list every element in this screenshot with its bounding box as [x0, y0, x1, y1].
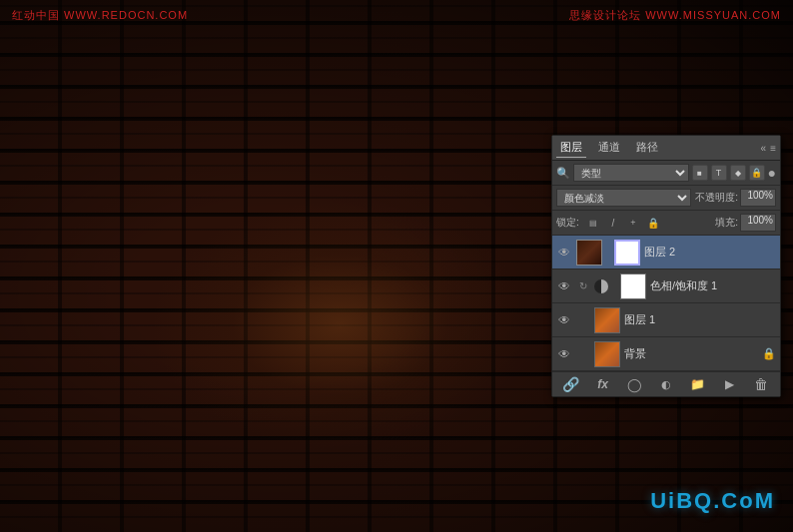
layer-row-background[interactable]: 👁 背景 🔒	[552, 337, 780, 371]
layer1-name: 图层 1	[624, 312, 776, 327]
huesat-adj-icon	[594, 279, 608, 293]
huesat-mask-thumbnail	[620, 273, 646, 299]
new-group-button[interactable]: 📁	[688, 376, 708, 392]
panel-tab-bar: 图层 通道 路径 « ≡	[552, 136, 780, 161]
lock-paint-icon[interactable]: /	[605, 215, 621, 231]
tab-channels[interactable]: 通道	[594, 138, 624, 158]
panel-toolbar: 🔗 fx ◯ ◐ 📁 ▶ 🗑	[552, 371, 780, 396]
link-layers-button[interactable]: 🔗	[561, 376, 581, 392]
background-name: 背景	[624, 346, 758, 361]
lock-move-icon[interactable]: +	[625, 215, 641, 231]
watermark-left: 红动中国 WWW.REDOCN.COM	[12, 8, 188, 23]
background-lock-icon: 🔒	[762, 347, 776, 360]
filter-shape-icon[interactable]: ◆	[730, 165, 746, 181]
panel-menu-btn[interactable]: ≡	[770, 143, 776, 154]
fill-value[interactable]: 100%	[740, 214, 776, 232]
filter-pixel-icon[interactable]: ■	[692, 165, 708, 181]
filter-type-select[interactable]: 类型	[573, 164, 689, 182]
layer2-thumbnail	[576, 240, 602, 266]
layer1-thumbnail	[594, 307, 620, 333]
layer-row-huesat[interactable]: 👁 ↻ 色相/饱和度 1	[552, 269, 780, 303]
filter-lock-icon[interactable]: 🔒	[749, 165, 765, 181]
opacity-label: 不透明度:	[695, 191, 738, 205]
tab-layers[interactable]: 图层	[556, 138, 586, 158]
huesat-name: 色相/饱和度 1	[650, 278, 776, 293]
layer2-mask-thumbnail	[614, 240, 640, 266]
layer2-visibility-eye[interactable]: 👁	[556, 245, 572, 261]
lock-row: 锁定: ▤ / + 🔒 填充: 100%	[552, 211, 780, 236]
blend-mode-select[interactable]: 颜色减淡	[556, 189, 691, 207]
new-layer-button[interactable]: ▶	[719, 376, 739, 392]
panel-collapse-btn[interactable]: «	[761, 143, 767, 154]
add-adjustment-button[interactable]: ◐	[656, 376, 676, 392]
tab-paths[interactable]: 路径	[632, 138, 662, 158]
blend-row: 颜色减淡 不透明度: 100%	[552, 186, 780, 211]
layer1-visibility-eye[interactable]: 👁	[556, 312, 572, 328]
filter-row: 🔍 类型 ■ T ◆ 🔒 ●	[552, 161, 780, 186]
huesat-link-icon: ↻	[576, 279, 590, 293]
lock-transparency-icon[interactable]: ▤	[585, 215, 601, 231]
layer2-name: 图层 2	[644, 245, 776, 260]
search-icon: 🔍	[556, 167, 570, 180]
huesat-visibility-eye[interactable]: 👁	[556, 278, 572, 294]
background-visibility-eye[interactable]: 👁	[556, 346, 572, 362]
lock-label: 锁定:	[556, 216, 579, 230]
fx-button[interactable]: fx	[593, 376, 613, 392]
filter-toggle[interactable]: ●	[768, 165, 776, 181]
filter-text-icon[interactable]: T	[711, 165, 727, 181]
add-mask-button[interactable]: ◯	[624, 376, 644, 392]
fill-label: 填充:	[715, 216, 738, 230]
layer-row-layer2[interactable]: 👁 图层 2	[552, 236, 780, 269]
delete-layer-button[interactable]: 🗑	[751, 376, 771, 392]
layer-row-layer1[interactable]: 👁 图层 1	[552, 303, 780, 337]
lock-all-icon[interactable]: 🔒	[645, 215, 661, 231]
background-thumbnail	[594, 341, 620, 367]
watermark-right: 思缘设计论坛 WWW.MISSYUAN.COM	[569, 8, 781, 23]
opacity-value[interactable]: 100%	[740, 189, 776, 207]
layers-panel: 图层 通道 路径 « ≡ 🔍 类型 ■ T ◆ 🔒 ● 颜色减淡 不透明度: 1…	[551, 135, 781, 397]
watermark-bottom: UiBQ.CoM	[650, 488, 775, 514]
